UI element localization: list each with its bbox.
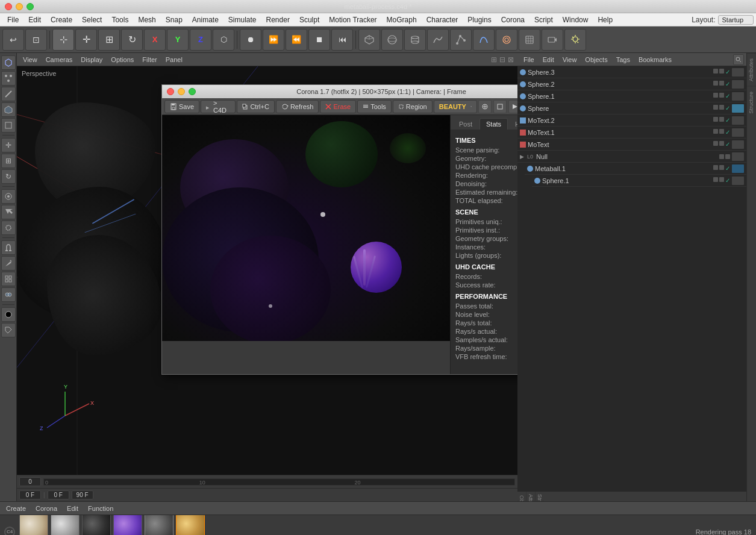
attr-tab-attributes[interactable]: Attributes: [526, 492, 535, 501]
spline-button[interactable]: [427, 29, 449, 51]
vp-menu-display[interactable]: Display: [78, 55, 105, 64]
obj-edit-btn[interactable]: Edit: [539, 55, 558, 64]
maximize-button[interactable]: [27, 3, 34, 10]
obj-item-sphere1b[interactable]: Sphere.1 ✓: [532, 175, 746, 187]
prev-frame-button[interactable]: ⏮: [331, 29, 353, 51]
corona-refresh-btn[interactable]: Refresh: [276, 100, 319, 113]
corona-max-btn[interactable]: [189, 88, 196, 95]
corona-icon-btn-2[interactable]: [493, 100, 507, 113]
right-sidebar-attributes[interactable]: Attributes: [747, 53, 756, 86]
move-tool-button[interactable]: ✛: [75, 29, 97, 51]
timeline-ruler[interactable]: 0 10 20: [43, 478, 515, 486]
play-forward-button[interactable]: ⏩: [263, 29, 284, 51]
vp-menu-panel[interactable]: Panel: [163, 55, 185, 64]
obj-view-btn[interactable]: View: [559, 55, 581, 64]
attr-tab-structure[interactable]: Structure: [535, 492, 544, 501]
polygon-mode-btn[interactable]: [1, 102, 16, 117]
obj-bookmarks-btn[interactable]: Bookmarks: [635, 55, 675, 64]
select-btn-side[interactable]: [1, 205, 16, 219]
menu-window[interactable]: Window: [558, 14, 593, 25]
deformer-button[interactable]: [473, 29, 495, 51]
uv-mode-btn[interactable]: [1, 118, 16, 133]
corona-erase-btn[interactable]: Erase: [320, 100, 356, 113]
magnet-btn[interactable]: [1, 240, 16, 255]
vp-menu-filter[interactable]: Filter: [140, 55, 159, 64]
camera-btn[interactable]: [542, 29, 563, 51]
obj-item-null[interactable]: ▶ L0 Null: [517, 151, 746, 163]
frame-input-current[interactable]: 0 F: [19, 490, 41, 499]
viewport-canvas[interactable]: Perspective: [17, 66, 517, 475]
corona-region-btn[interactable]: Region: [393, 100, 433, 113]
menu-character[interactable]: Character: [422, 14, 463, 25]
layout-dropdown[interactable]: Startup: [718, 15, 754, 25]
vp-menu-options[interactable]: Options: [108, 55, 136, 64]
tag-btn[interactable]: [1, 323, 16, 337]
corona-icon-btn-1[interactable]: [478, 100, 492, 113]
menu-mesh[interactable]: Mesh: [133, 14, 160, 25]
nurbs-button[interactable]: [450, 29, 472, 51]
sphere-button[interactable]: [381, 29, 403, 51]
frame-input-start[interactable]: 0 F: [48, 490, 69, 499]
menu-corona[interactable]: Corona: [496, 14, 530, 25]
knife-btn[interactable]: [1, 256, 16, 271]
corona-close-btn[interactable]: [167, 88, 174, 95]
paint-btn[interactable]: [1, 221, 16, 235]
obj-item-motext2[interactable]: MoText.2 ✓: [517, 114, 746, 127]
cube-button[interactable]: [358, 29, 380, 51]
bottom-function-btn[interactable]: Function: [84, 504, 117, 513]
minimize-button[interactable]: [16, 3, 23, 10]
stop-button[interactable]: ⏹: [308, 29, 330, 51]
menu-edit[interactable]: Edit: [23, 14, 46, 25]
light-btn[interactable]: [564, 29, 586, 51]
close-button[interactable]: [5, 3, 12, 10]
corona-icon-btn-3[interactable]: [508, 100, 517, 113]
obj-item-motext[interactable]: MoText ✓: [517, 139, 746, 151]
menu-snap[interactable]: Snap: [161, 14, 187, 25]
obj-item-sphere1[interactable]: Sphere.1 ✓: [517, 90, 746, 102]
menu-mograph[interactable]: MoGraph: [382, 14, 422, 25]
material-item-3[interactable]: Material: [113, 515, 142, 535]
metaball-btn[interactable]: [1, 287, 16, 302]
undo-button[interactable]: ↩: [2, 29, 24, 51]
bottom-corona-btn[interactable]: Corona: [32, 504, 61, 513]
object-mode-btn[interactable]: [1, 55, 16, 70]
menu-animate[interactable]: Animate: [187, 14, 223, 25]
redo-button[interactable]: ⊡: [25, 29, 47, 51]
points-mode-btn[interactable]: [1, 71, 16, 86]
scene-btn[interactable]: [519, 29, 540, 51]
play-back-button[interactable]: ⏪: [286, 29, 307, 51]
menu-create[interactable]: Create: [46, 14, 77, 25]
frame-input-end[interactable]: 90 F: [72, 490, 93, 499]
obj-search-btn[interactable]: [733, 54, 744, 65]
material-btn-side[interactable]: [1, 307, 16, 322]
corona-tab-stats[interactable]: Stats: [480, 118, 508, 130]
array-btn[interactable]: [1, 272, 16, 286]
edge-mode-btn[interactable]: [1, 87, 16, 101]
obj-item-sphere2[interactable]: Sphere.2 ✓: [517, 78, 746, 90]
obj-objects-btn[interactable]: Objects: [581, 55, 611, 64]
menu-plugins[interactable]: Plugins: [463, 14, 496, 25]
obj-file-btn[interactable]: File: [520, 55, 538, 64]
obj-item-sphere3[interactable]: Sphere.3 ✓: [517, 66, 746, 78]
material-item-light[interactable]: Light: [19, 515, 48, 535]
obj-item-metaball1[interactable]: Metaball.1 ✓: [525, 163, 746, 175]
scale-tool-button[interactable]: ⊞: [98, 29, 120, 51]
corona-to-c4d-btn[interactable]: ▶ > C4D: [201, 100, 236, 113]
menu-select[interactable]: Select: [77, 14, 107, 25]
corona-beauty-dropdown[interactable]: BEAUTY: [434, 100, 478, 113]
corona-tools-btn[interactable]: Tools: [357, 100, 392, 113]
vp-menu-cameras[interactable]: Cameras: [43, 55, 75, 64]
menu-help[interactable]: Help: [593, 14, 617, 25]
x-axis-button[interactable]: X: [144, 29, 166, 51]
menu-sculpt[interactable]: Sculpt: [295, 14, 324, 25]
menu-file[interactable]: File: [2, 14, 23, 25]
field-button[interactable]: [496, 29, 517, 51]
material-item-1[interactable]: Material: [51, 515, 80, 535]
scale-btn-side[interactable]: ⊞: [1, 154, 16, 168]
y-axis-button[interactable]: Y: [167, 29, 189, 51]
corona-tab-history[interactable]: History: [509, 119, 517, 130]
obj-item-sphere[interactable]: Sphere ✓: [517, 102, 746, 114]
menu-simulate[interactable]: Simulate: [223, 14, 261, 25]
corona-tab-post[interactable]: Post: [453, 119, 478, 130]
bottom-edit-btn[interactable]: Edit: [63, 504, 82, 513]
